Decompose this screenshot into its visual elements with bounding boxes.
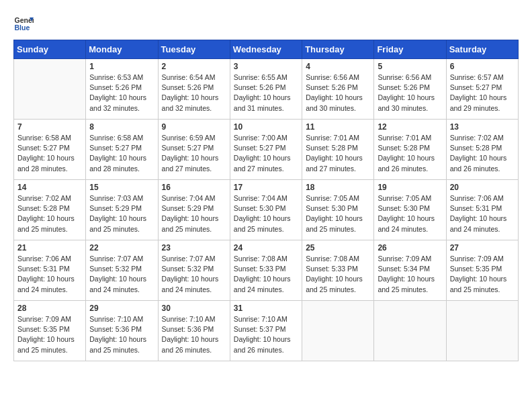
day-header-sunday: Sunday: [14, 40, 86, 59]
calendar-cell: 4Sunrise: 6:56 AM Sunset: 5:26 PM Daylig…: [302, 59, 374, 120]
calendar-cell: 23Sunrise: 7:07 AM Sunset: 5:32 PM Dayli…: [158, 240, 230, 301]
day-number: 18: [306, 183, 370, 192]
day-number: 20: [450, 183, 515, 192]
day-number: 22: [89, 243, 154, 253]
day-info: Sunrise: 6:56 AM Sunset: 5:26 PM Dayligh…: [306, 73, 370, 113]
day-header-thursday: Thursday: [302, 40, 374, 59]
day-number: 26: [378, 243, 442, 253]
day-info: Sunrise: 7:05 AM Sunset: 5:30 PM Dayligh…: [306, 193, 370, 234]
day-info: Sunrise: 6:54 AM Sunset: 5:26 PM Dayligh…: [162, 73, 226, 113]
day-info: Sunrise: 7:09 AM Sunset: 5:35 PM Dayligh…: [17, 314, 82, 355]
day-info: Sunrise: 7:02 AM Sunset: 5:28 PM Dayligh…: [17, 193, 82, 234]
calendar-cell: 12Sunrise: 7:01 AM Sunset: 5:28 PM Dayli…: [374, 120, 446, 180]
day-info: Sunrise: 6:58 AM Sunset: 5:27 PM Dayligh…: [89, 133, 154, 174]
day-number: 10: [234, 122, 298, 132]
calendar-cell: 9Sunrise: 6:59 AM Sunset: 5:27 PM Daylig…: [158, 120, 230, 180]
calendar-cell: 5Sunrise: 6:56 AM Sunset: 5:26 PM Daylig…: [374, 59, 446, 120]
day-info: Sunrise: 6:59 AM Sunset: 5:27 PM Dayligh…: [162, 133, 226, 174]
day-info: Sunrise: 7:06 AM Sunset: 5:31 PM Dayligh…: [450, 193, 515, 234]
day-number: 14: [17, 183, 82, 192]
days-header-row: SundayMondayTuesdayWednesdayThursdayFrid…: [14, 40, 519, 59]
calendar-cell: [446, 301, 518, 361]
day-number: 17: [234, 183, 298, 192]
day-info: Sunrise: 6:53 AM Sunset: 5:26 PM Dayligh…: [89, 73, 154, 113]
calendar-cell: 17Sunrise: 7:04 AM Sunset: 5:30 PM Dayli…: [230, 180, 302, 240]
day-header-friday: Friday: [374, 40, 446, 59]
week-row-2: 7Sunrise: 6:58 AM Sunset: 5:27 PM Daylig…: [14, 120, 519, 180]
calendar-cell: [302, 301, 374, 361]
calendar-cell: 20Sunrise: 7:06 AM Sunset: 5:31 PM Dayli…: [446, 180, 518, 240]
day-number: 15: [89, 183, 154, 192]
day-header-saturday: Saturday: [446, 40, 518, 59]
calendar-cell: 18Sunrise: 7:05 AM Sunset: 5:30 PM Dayli…: [302, 180, 374, 240]
day-number: 19: [378, 183, 442, 192]
day-info: Sunrise: 7:01 AM Sunset: 5:28 PM Dayligh…: [306, 133, 370, 174]
day-number: 30: [162, 304, 226, 313]
calendar-cell: 1Sunrise: 6:53 AM Sunset: 5:26 PM Daylig…: [86, 59, 158, 120]
day-header-monday: Monday: [86, 40, 158, 59]
day-info: Sunrise: 7:04 AM Sunset: 5:30 PM Dayligh…: [234, 193, 298, 234]
day-info: Sunrise: 7:06 AM Sunset: 5:31 PM Dayligh…: [17, 254, 82, 295]
calendar-cell: 31Sunrise: 7:10 AM Sunset: 5:37 PM Dayli…: [230, 301, 302, 361]
week-row-1: 1Sunrise: 6:53 AM Sunset: 5:26 PM Daylig…: [14, 59, 519, 120]
day-info: Sunrise: 7:09 AM Sunset: 5:35 PM Dayligh…: [450, 254, 515, 295]
day-number: 1: [89, 62, 154, 71]
calendar-cell: 22Sunrise: 7:07 AM Sunset: 5:32 PM Dayli…: [86, 240, 158, 301]
day-header-tuesday: Tuesday: [158, 40, 230, 59]
day-header-wednesday: Wednesday: [230, 40, 302, 59]
day-number: 13: [450, 122, 515, 132]
day-number: 2: [162, 62, 226, 71]
calendar-cell: 11Sunrise: 7:01 AM Sunset: 5:28 PM Dayli…: [302, 120, 374, 180]
day-number: 7: [17, 122, 82, 132]
calendar-cell: 25Sunrise: 7:08 AM Sunset: 5:33 PM Dayli…: [302, 240, 374, 301]
day-number: 16: [162, 183, 226, 192]
day-info: Sunrise: 7:05 AM Sunset: 5:30 PM Dayligh…: [378, 193, 442, 234]
day-number: 25: [306, 243, 370, 253]
calendar-cell: 30Sunrise: 7:10 AM Sunset: 5:36 PM Dayli…: [158, 301, 230, 361]
svg-text:Blue: Blue: [15, 24, 30, 32]
svg-text:General: General: [15, 16, 34, 24]
day-number: 31: [234, 304, 298, 313]
day-info: Sunrise: 6:55 AM Sunset: 5:26 PM Dayligh…: [234, 73, 298, 113]
week-row-3: 14Sunrise: 7:02 AM Sunset: 5:28 PM Dayli…: [14, 180, 519, 240]
calendar-cell: 21Sunrise: 7:06 AM Sunset: 5:31 PM Dayli…: [14, 240, 86, 301]
calendar-cell: 6Sunrise: 6:57 AM Sunset: 5:27 PM Daylig…: [446, 59, 518, 120]
day-info: Sunrise: 7:02 AM Sunset: 5:28 PM Dayligh…: [450, 133, 515, 174]
day-info: Sunrise: 7:07 AM Sunset: 5:32 PM Dayligh…: [89, 254, 154, 295]
day-info: Sunrise: 7:04 AM Sunset: 5:29 PM Dayligh…: [162, 193, 226, 234]
day-number: 9: [162, 122, 226, 132]
calendar-cell: 14Sunrise: 7:02 AM Sunset: 5:28 PM Dayli…: [14, 180, 86, 240]
calendar-cell: 15Sunrise: 7:03 AM Sunset: 5:29 PM Dayli…: [86, 180, 158, 240]
day-info: Sunrise: 6:57 AM Sunset: 5:27 PM Dayligh…: [450, 73, 515, 113]
day-number: 3: [234, 62, 298, 71]
day-number: 28: [17, 304, 82, 313]
week-row-5: 28Sunrise: 7:09 AM Sunset: 5:35 PM Dayli…: [14, 301, 519, 361]
day-number: 23: [162, 243, 226, 253]
day-info: Sunrise: 6:56 AM Sunset: 5:26 PM Dayligh…: [378, 73, 442, 113]
day-info: Sunrise: 7:01 AM Sunset: 5:28 PM Dayligh…: [378, 133, 442, 174]
day-number: 11: [306, 122, 370, 132]
calendar-cell: 3Sunrise: 6:55 AM Sunset: 5:26 PM Daylig…: [230, 59, 302, 120]
logo: General Blue: [13, 13, 36, 34]
day-number: 4: [306, 62, 370, 71]
calendar-cell: 16Sunrise: 7:04 AM Sunset: 5:29 PM Dayli…: [158, 180, 230, 240]
day-number: 21: [17, 243, 82, 253]
calendar-cell: 24Sunrise: 7:08 AM Sunset: 5:33 PM Dayli…: [230, 240, 302, 301]
calendar-cell: 2Sunrise: 6:54 AM Sunset: 5:26 PM Daylig…: [158, 59, 230, 120]
calendar-cell: 8Sunrise: 6:58 AM Sunset: 5:27 PM Daylig…: [86, 120, 158, 180]
calendar-cell: 28Sunrise: 7:09 AM Sunset: 5:35 PM Dayli…: [14, 301, 86, 361]
calendar-table: SundayMondayTuesdayWednesdayThursdayFrid…: [13, 40, 519, 361]
calendar-cell: [374, 301, 446, 361]
day-info: Sunrise: 7:08 AM Sunset: 5:33 PM Dayligh…: [234, 254, 298, 295]
page-container: General Blue SundayMondayTuesdayWednesda…: [13, 13, 519, 361]
day-info: Sunrise: 6:58 AM Sunset: 5:27 PM Dayligh…: [17, 133, 82, 174]
day-number: 24: [234, 243, 298, 253]
day-info: Sunrise: 7:09 AM Sunset: 5:34 PM Dayligh…: [378, 254, 442, 295]
day-info: Sunrise: 7:03 AM Sunset: 5:29 PM Dayligh…: [89, 193, 154, 234]
day-number: 8: [89, 122, 154, 132]
day-number: 12: [378, 122, 442, 132]
calendar-cell: 10Sunrise: 7:00 AM Sunset: 5:27 PM Dayli…: [230, 120, 302, 180]
day-info: Sunrise: 7:10 AM Sunset: 5:37 PM Dayligh…: [234, 314, 298, 355]
day-info: Sunrise: 7:10 AM Sunset: 5:36 PM Dayligh…: [89, 314, 154, 355]
day-info: Sunrise: 7:10 AM Sunset: 5:36 PM Dayligh…: [162, 314, 226, 355]
